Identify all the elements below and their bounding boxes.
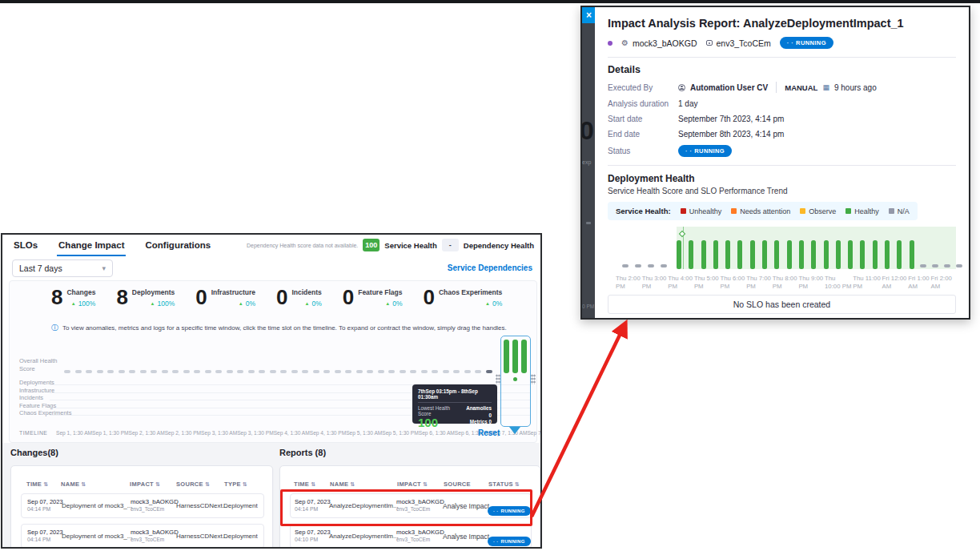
screenshot-canvas: SLOs Change Impact Configurations Depend… <box>0 0 980 551</box>
dependency-health-note: Dependency Health score data not availab… <box>247 243 358 248</box>
modal-subtitle-row: ⚙mock3_bAOKGD env3_TcoCEm · ·RUNNING <box>608 37 956 49</box>
tl-dash-mark <box>97 370 103 373</box>
cell-type: Deployment <box>223 533 258 540</box>
column-header-time[interactable]: TIME⇅ <box>26 481 48 488</box>
close-button[interactable]: × <box>582 7 595 23</box>
no-slo-banner: No SLO has been created <box>608 295 956 314</box>
metric-label: Chaos Experiments <box>439 288 502 296</box>
timeline-tick: Sep 2, 1:30 PM <box>165 430 201 436</box>
selection-drag-handle-right[interactable] <box>531 374 536 384</box>
metric-value: 0 <box>276 286 287 308</box>
obscured-dash-fragment <box>586 222 591 224</box>
details-heading: Details <box>608 64 956 75</box>
tl-dash-mark <box>151 370 157 373</box>
changes-table-title: Changes(8) <box>10 448 58 457</box>
hbar-mark <box>897 240 902 269</box>
tl-dash-mark <box>194 370 200 373</box>
legend-swatch <box>800 208 805 214</box>
tl-dash-mark <box>259 370 265 373</box>
tl-dash-mark <box>107 370 114 373</box>
hbar-mark <box>885 240 890 269</box>
chart-x-tick: Thu 7:00 PM <box>746 275 771 290</box>
sort-icon[interactable]: ⇅ <box>243 481 247 487</box>
tl-dash-mark <box>162 370 168 373</box>
tl-dash-mark <box>75 370 82 373</box>
reset-link[interactable]: Reset <box>478 428 500 437</box>
tl-dash-mark <box>183 370 190 373</box>
na-dash-mark <box>944 264 950 267</box>
tl-dash-mark <box>205 370 211 373</box>
column-header-source: SOURCE <box>444 481 471 488</box>
hbar-mark <box>860 240 865 269</box>
column-header-type[interactable]: TYPE⇅ <box>224 481 247 488</box>
cell-impact: mock3_bAOKGDenv3_TcoCEm <box>131 529 179 543</box>
table-row[interactable]: Sep 07, 202304:10 PM AnalyzeDeploymentIm… <box>290 524 532 549</box>
column-header-impact[interactable]: IMPACT⇅ <box>397 481 428 488</box>
legend-item-observe: Observe <box>800 207 836 215</box>
column-header-time[interactable]: TIME⇅ <box>294 481 315 488</box>
tl-dash-mark <box>367 370 373 373</box>
table-row[interactable]: Sep 07, 202304:14 PM Deployment of mock3… <box>21 524 264 549</box>
selection-drag-handle-left[interactable] <box>496 374 500 384</box>
cell-impact: mock3_bAOKGDenv3_TcoCEm <box>131 498 179 513</box>
detail-label: Status <box>608 147 678 155</box>
service-name: mock3_bAOKGD <box>633 38 697 48</box>
legend-title: Service Health: <box>616 207 671 215</box>
legend-swatch <box>731 208 737 214</box>
column-header-name[interactable]: NAME⇅ <box>61 481 86 488</box>
timeline-na-dash-row <box>64 370 492 373</box>
dependency-health-label: Dependency Health <box>464 241 534 250</box>
tl-dash-mark <box>86 370 92 373</box>
sort-icon[interactable]: ⇅ <box>515 481 520 487</box>
sort-icon[interactable]: ⇅ <box>43 481 48 487</box>
sort-icon[interactable]: ⇅ <box>311 481 315 487</box>
service-health-legend: Service Health: Unhealthy Needs attentio… <box>608 202 918 220</box>
column-header-impact[interactable]: IMPACT⇅ <box>130 481 160 488</box>
sort-icon[interactable]: ⇅ <box>350 481 355 487</box>
info-icon: ⓘ <box>51 323 58 333</box>
metric-label: Infrastructure <box>211 288 255 296</box>
table-row[interactable]: Sep 07, 202304:14 PM Deployment of mock3… <box>21 493 264 518</box>
tl-dash-mark <box>378 370 384 373</box>
detail-label: End date <box>608 130 678 139</box>
column-header-status[interactable]: STATUS⇅ <box>488 481 520 488</box>
sort-icon[interactable]: ⇅ <box>81 481 86 487</box>
tab-bar: SLOs Change Impact Configurations Depend… <box>2 235 540 257</box>
filter-row: Last 7 days ▾ Service Dependencies <box>2 257 540 281</box>
column-header-source[interactable]: SOURCE⇅ <box>176 481 210 488</box>
selection-bars <box>504 340 527 373</box>
tab-change-impact[interactable]: Change Impact <box>57 235 126 256</box>
delta-up-icon: ▲ <box>71 301 76 306</box>
divider <box>776 82 777 93</box>
tl-dash-mark <box>227 370 233 373</box>
chart-x-tick: Thu 9:00 PM <box>798 275 823 290</box>
metric-delta: 0% <box>492 300 502 308</box>
delta-up-icon: ▲ <box>151 301 155 306</box>
service-dependencies-link[interactable]: Service Dependencies <box>448 263 532 272</box>
sort-icon[interactable]: ⇅ <box>155 481 160 487</box>
tl-dash-mark <box>313 370 319 373</box>
tab-configurations[interactable]: Configurations <box>143 235 212 256</box>
service-health-score-badge: 100 <box>363 239 380 251</box>
sort-icon[interactable]: ⇅ <box>205 481 210 487</box>
obscured-text-fragment: exp <box>582 159 591 165</box>
timeline-tick: Sep 5, 1:30 AM <box>346 430 382 436</box>
column-header-name[interactable]: NAME⇅ <box>330 481 355 488</box>
timeline-selection-window[interactable] <box>500 336 531 427</box>
calendar-icon: ▦ <box>822 83 829 91</box>
cell-time: Sep 07, 202304:14 PM <box>27 498 63 513</box>
tab-slos[interactable]: SLOs <box>12 235 39 256</box>
hbar-mark <box>787 240 792 269</box>
sel-bar-mark <box>512 340 518 373</box>
cell-name: Deployment of mock3_... <box>62 533 132 540</box>
sort-icon[interactable]: ⇅ <box>423 481 428 487</box>
chart-x-tick: Fri 12:00 AM <box>882 275 907 290</box>
na-dash-mark <box>622 264 629 267</box>
metric-value: 0 <box>423 286 434 308</box>
date-range-select[interactable]: Last 7 days ▾ <box>12 259 113 277</box>
legend-item-healthy: Healthy <box>845 207 879 215</box>
metric-delta: 0% <box>246 300 255 308</box>
metric-label: Deployments <box>132 288 175 296</box>
metric-label: Incidents <box>291 288 321 296</box>
divider <box>608 165 956 166</box>
